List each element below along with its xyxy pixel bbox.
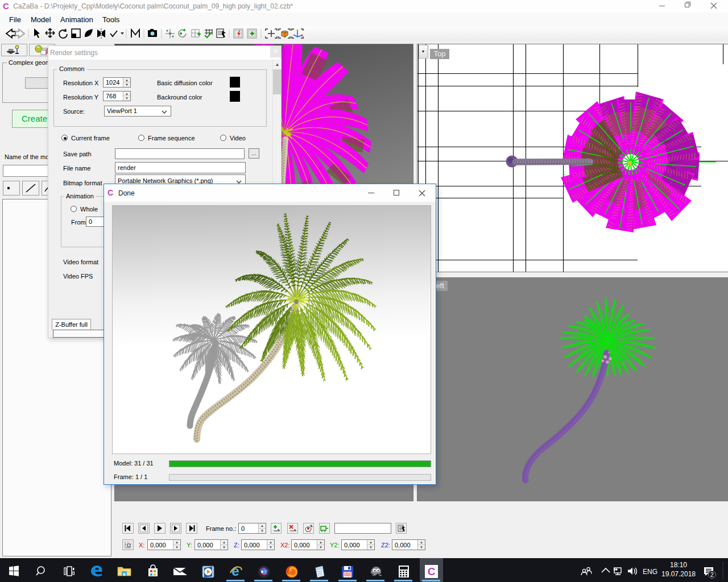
- svg-text:ENG: ENG: [643, 568, 657, 576]
- svg-text:18:10: 18:10: [670, 561, 687, 569]
- svg-text:19.07.2018: 19.07.2018: [661, 570, 696, 578]
- svg-text:2: 2: [710, 571, 714, 578]
- svg-text:C: C: [428, 566, 436, 577]
- svg-text:e: e: [231, 563, 239, 579]
